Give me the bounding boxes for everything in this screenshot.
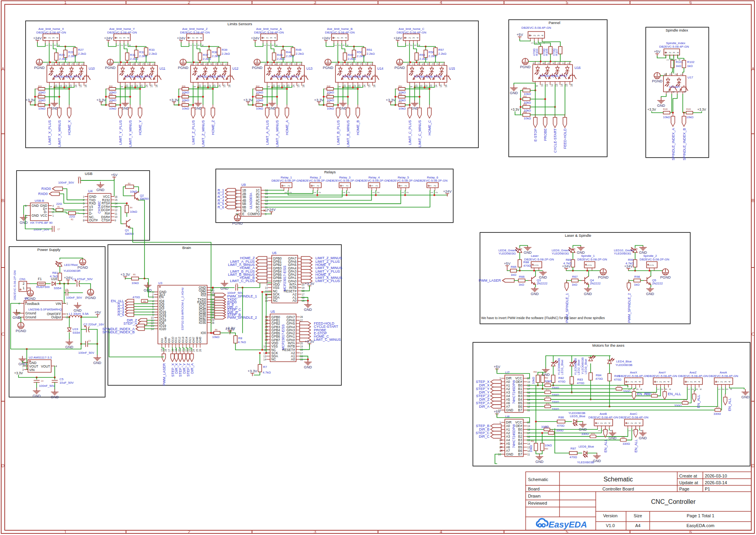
svg-text:8: 8	[683, 91, 686, 93]
svg-text:3: 3	[537, 35, 540, 36]
svg-text:470Ω: 470Ω	[570, 455, 577, 459]
svg-text:8: 8	[83, 219, 84, 222]
svg-text:U5: U5	[271, 310, 275, 314]
svg-text:2: 2	[266, 37, 269, 39]
svg-text:LED6_Blue: LED6_Blue	[578, 445, 594, 448]
svg-text:LIMIT_X_PLUS: LIMIT_X_PLUS	[48, 120, 52, 145]
svg-text:GND: GND	[32, 204, 39, 208]
svg-text:DIR_X: DIR_X	[174, 363, 178, 374]
svg-text:14: 14	[218, 84, 221, 87]
svg-text:3: 3	[665, 388, 667, 390]
svg-text:+3.3V: +3.3V	[226, 326, 235, 330]
svg-text:R71: R71	[546, 389, 550, 391]
svg-text:4.7kΩ: 4.7kΩ	[238, 340, 246, 344]
svg-text:2: 2	[287, 185, 290, 187]
svg-text:+24V: +24V	[393, 36, 402, 40]
svg-text:2: 2	[147, 63, 150, 65]
svg-text:2: 2	[22, 282, 24, 286]
svg-text:3: 3	[694, 381, 697, 383]
svg-text:TLP281-4(GB-TP,J,F: TLP281-4(GB-TP,J,F	[539, 74, 568, 78]
svg-text:TLP281-4(GB-TP,J,F: TLP281-4(GB-TP,J,F	[124, 75, 153, 78]
svg-text:1: 1	[499, 377, 501, 380]
svg-text:26: 26	[199, 349, 202, 352]
svg-text:3: 3	[557, 63, 560, 64]
svg-text:2: 2	[377, 192, 380, 193]
svg-text:PGND: PGND	[323, 66, 334, 70]
svg-text:1: 1	[529, 35, 532, 36]
svg-text:4: 4	[355, 63, 358, 65]
svg-text:LIMIT_B_PLUS: LIMIT_B_PLUS	[336, 120, 340, 145]
svg-text:3: 3	[142, 63, 145, 65]
svg-text:1: 1	[81, 63, 84, 65]
svg-text:19: 19	[527, 381, 530, 383]
svg-text:16: 16	[445, 84, 447, 87]
svg-text:+3.3V: +3.3V	[14, 371, 23, 375]
svg-text:MCP23017-E/SS: MCP23017-E/SS	[283, 266, 287, 291]
svg-text:R70: R70	[617, 385, 621, 387]
svg-text:GND: GND	[639, 436, 647, 440]
svg-text:14: 14	[363, 84, 366, 87]
svg-text:GND: GND	[536, 460, 544, 464]
svg-text:4: 4	[128, 45, 131, 46]
svg-text:2: 2	[533, 35, 536, 36]
svg-text:SS54: SS54	[54, 286, 61, 290]
svg-text:4.7kΩ: 4.7kΩ	[50, 275, 58, 278]
svg-text:1: 1	[531, 42, 534, 44]
svg-text:2: 2	[346, 185, 348, 187]
svg-text:B7: B7	[518, 408, 523, 412]
svg-text:2.2kΩ: 2.2kΩ	[78, 52, 86, 56]
svg-text:LED7Red: LED7Red	[64, 263, 78, 267]
svg-text:13: 13	[140, 84, 143, 87]
svg-text:R24: R24	[38, 85, 42, 87]
svg-text:1: 1	[666, 59, 669, 61]
svg-text:1: 1	[83, 195, 84, 198]
svg-text:R74: R74	[716, 407, 720, 409]
svg-text:DIR_C: DIR_C	[479, 435, 490, 438]
svg-text:2: 2	[50, 45, 52, 46]
svg-text:GND: GND	[608, 436, 617, 440]
svg-text:R87: R87	[571, 447, 576, 450]
svg-text:7: 7	[269, 63, 272, 65]
svg-text:2: 2	[720, 381, 723, 383]
svg-text:1: 1	[115, 37, 118, 39]
svg-text:+3.3V: +3.3V	[386, 98, 396, 102]
svg-text:Update at: Update at	[679, 480, 698, 485]
svg-text:4.7kΩ: 4.7kΩ	[263, 371, 271, 374]
svg-text:DB2EVC-5.08-4P-GN: DB2EVC-5.08-4P-GN	[325, 31, 354, 34]
svg-text:10kΩ: 10kΩ	[532, 377, 535, 384]
svg-text:8: 8	[190, 63, 193, 65]
svg-text:15: 15	[297, 84, 300, 87]
svg-text:1: 1	[657, 388, 660, 390]
svg-text:5: 5	[566, 0, 568, 5]
svg-text:2: 2	[294, 63, 296, 65]
svg-text:PWM_LASER: PWM_LASER	[478, 279, 501, 282]
svg-text:1: 1	[400, 185, 402, 186]
svg-text:1: 1	[686, 381, 689, 383]
svg-text:10kΩ: 10kΩ	[182, 107, 189, 110]
svg-text:LIMIT_B_MINUS: LIMIT_B_MINUS	[346, 120, 350, 147]
svg-text:GND: GND	[304, 365, 312, 369]
svg-text:+24V: +24V	[562, 264, 571, 268]
svg-text:2: 2	[365, 63, 367, 65]
svg-text:2: 2	[410, 45, 413, 46]
svg-text:Ground: Ground	[25, 315, 36, 319]
svg-text:GND: GND	[65, 345, 74, 349]
svg-text:EasyEDA.com: EasyEDA.com	[687, 523, 715, 528]
svg-text:C5: C5	[59, 377, 64, 381]
svg-text:DB2EVC-5.08-2P-GN: DB2EVC-5.08-2P-GN	[330, 179, 359, 182]
svg-text:10uF_50V: 10uF_50V	[59, 381, 74, 385]
svg-text:1: 1	[343, 192, 345, 193]
svg-text:EN_ALL: EN_ALL	[697, 395, 700, 408]
svg-text:4: 4	[57, 45, 60, 46]
svg-text:GND: GND	[542, 373, 550, 377]
svg-text:VIN: VIN	[29, 368, 35, 372]
svg-text:11: 11	[420, 85, 422, 87]
svg-text:GND: GND	[741, 395, 750, 399]
svg-text:B7: B7	[518, 452, 523, 456]
svg-text:Relays: Relays	[324, 170, 335, 174]
svg-text:13: 13	[213, 84, 216, 87]
svg-text:GND: GND	[96, 188, 105, 192]
svg-text:4: 4	[66, 63, 69, 65]
svg-text:1: 1	[284, 192, 287, 193]
svg-text:DB2EVC-5.08-4P-GN: DB2EVC-5.08-4P-GN	[647, 374, 677, 378]
